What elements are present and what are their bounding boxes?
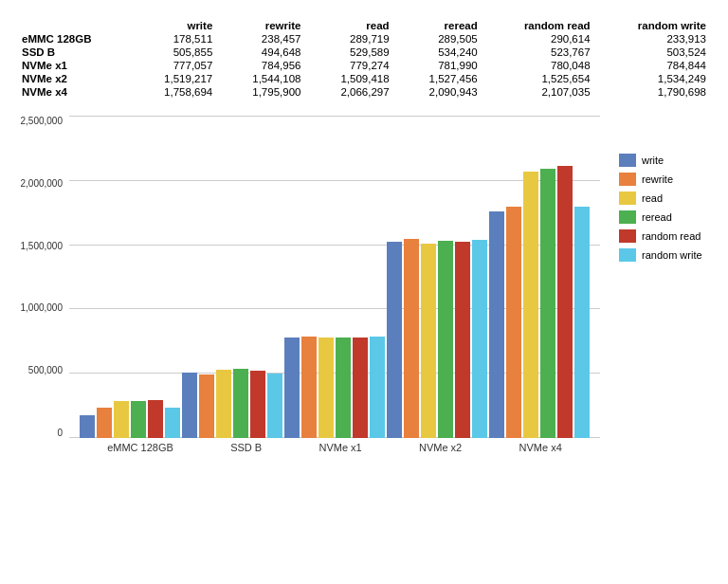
legend-item: rewrite — [619, 173, 714, 186]
chart-bar — [233, 369, 248, 438]
table-cell-value: 178,511 — [132, 32, 220, 46]
table-cell-label: NVMe x2 — [14, 72, 132, 85]
x-axis-label: NVMe x2 — [419, 442, 462, 453]
table-cell-value: 1,790,698 — [598, 85, 714, 99]
table-header-cell: random read — [485, 19, 598, 32]
y-axis-labels: 0500,0001,000,0001,500,0002,000,0002,500… — [14, 116, 66, 438]
chart-legend: writerewritereadrereadrandom readrandom … — [619, 154, 714, 262]
table-header-row: writerewritereadrereadrandom readrandom … — [14, 19, 714, 32]
chart-bar — [318, 338, 334, 438]
table-cell-value: 1,758,694 — [132, 85, 220, 99]
chart-bar — [216, 370, 231, 438]
chart-bar — [80, 415, 95, 438]
bars-and-grid — [69, 116, 600, 438]
y-axis-label: 1,500,000 — [14, 241, 66, 251]
chart-bar — [370, 337, 385, 438]
table-cell-value: 781,990 — [397, 59, 485, 72]
chart-bar — [336, 338, 351, 438]
chart-wrapper: 0500,0001,000,0001,500,0002,000,0002,500… — [14, 116, 714, 453]
chart-bar — [557, 166, 573, 438]
x-axis-labels: eMMC 128GBSSD BNVMe x1NVMe x2NVMe x4 — [69, 438, 600, 453]
table-cell-value: 784,956 — [220, 59, 308, 72]
x-axis-label: NVMe x1 — [318, 442, 361, 453]
table-cell-value: 290,614 — [485, 32, 598, 46]
chart-bar — [404, 239, 419, 438]
table-header-cell: rewrite — [220, 19, 308, 32]
chart-bar — [182, 373, 197, 438]
chart-bar — [438, 241, 453, 438]
chart-bar — [540, 169, 555, 438]
table-cell-label: SSD B — [14, 46, 132, 59]
chart-bar — [114, 401, 129, 438]
legend-label: write — [642, 155, 664, 166]
legend-swatch — [619, 173, 636, 186]
y-axis-label: 0 — [14, 428, 66, 438]
table-cell-value: 1,534,249 — [598, 72, 714, 85]
y-axis-label: 500,000 — [14, 365, 66, 375]
table-cell-label: NVMe x4 — [14, 85, 132, 99]
table-header-cell: random write — [598, 19, 714, 32]
table-row: SSD B505,855494,648529,589534,240523,767… — [14, 46, 714, 59]
chart-bar — [523, 172, 538, 438]
x-axis-label: eMMC 128GB — [107, 442, 173, 453]
table-cell-value: 1,509,418 — [308, 72, 396, 85]
y-axis-label: 2,000,000 — [14, 178, 66, 189]
table-cell-value: 233,913 — [598, 32, 714, 46]
chart-bar — [284, 338, 300, 438]
data-table: writerewritereadrereadrandom readrandom … — [14, 19, 714, 99]
chart-bar — [574, 207, 590, 438]
bars-container — [69, 116, 600, 438]
bar-group — [284, 337, 385, 438]
table-cell-value: 494,648 — [220, 46, 308, 59]
table-cell-value: 2,090,943 — [397, 85, 485, 99]
chart-bar — [165, 408, 180, 438]
chart-bar — [353, 338, 368, 438]
table-cell-value: 2,066,297 — [308, 85, 396, 99]
table-header-cell: reread — [397, 19, 485, 32]
table-header-cell: write — [132, 19, 220, 32]
table-row: NVMe x41,758,6941,795,9002,066,2972,090,… — [14, 85, 714, 99]
table-row: NVMe x1777,057784,956779,274781,990780,0… — [14, 59, 714, 72]
chart-bar — [489, 211, 504, 438]
legend-item: write — [619, 154, 714, 167]
x-axis-label: SSD B — [230, 442, 262, 453]
main-container: writerewritereadrereadrandom readrandom … — [0, 0, 728, 463]
chart-bar — [97, 408, 112, 438]
y-axis-label: 2,500,000 — [14, 116, 66, 126]
table-cell-value: 1,544,108 — [220, 72, 308, 85]
bar-group — [80, 400, 180, 438]
table-cell-value: 784,844 — [598, 59, 714, 72]
table-cell-label: NVMe x1 — [14, 59, 132, 72]
table-header-cell: read — [308, 19, 396, 32]
chart-bar — [267, 374, 282, 438]
chart-bar — [250, 371, 265, 438]
table-cell-value: 289,505 — [397, 32, 485, 46]
table-cell-value: 1,525,654 — [485, 72, 598, 85]
bar-group — [387, 239, 487, 438]
table-cell-label: eMMC 128GB — [14, 32, 132, 46]
legend-item: random write — [619, 248, 714, 262]
chart-bar — [148, 400, 163, 438]
legend-item: reread — [619, 210, 714, 224]
table-cell-value: 779,274 — [308, 59, 396, 72]
legend-item: read — [619, 192, 714, 205]
table-cell-value: 534,240 — [397, 46, 485, 59]
legend-swatch — [619, 210, 636, 224]
table-cell-value: 503,524 — [598, 46, 714, 59]
table-row: eMMC 128GB178,511238,457289,719289,50529… — [14, 32, 714, 46]
table-cell-value: 529,589 — [308, 46, 396, 59]
chart-bar — [131, 401, 146, 438]
x-axis-label: NVMe x4 — [519, 442, 562, 453]
y-axis-label: 1,000,000 — [14, 302, 66, 313]
legend-item: random read — [619, 229, 714, 243]
legend-label: read — [642, 192, 663, 204]
chart-bar — [199, 374, 214, 438]
table-cell-value: 523,767 — [485, 46, 598, 59]
chart-inner: 0500,0001,000,0001,500,0002,000,0002,500… — [14, 116, 602, 453]
table-cell-value: 289,719 — [308, 32, 396, 46]
table-cell-value: 1,795,900 — [220, 85, 308, 99]
legend-swatch — [619, 154, 636, 167]
legend-swatch — [619, 229, 636, 243]
legend-label: reread — [642, 211, 672, 223]
table-body: eMMC 128GB178,511238,457289,719289,50529… — [14, 32, 714, 99]
